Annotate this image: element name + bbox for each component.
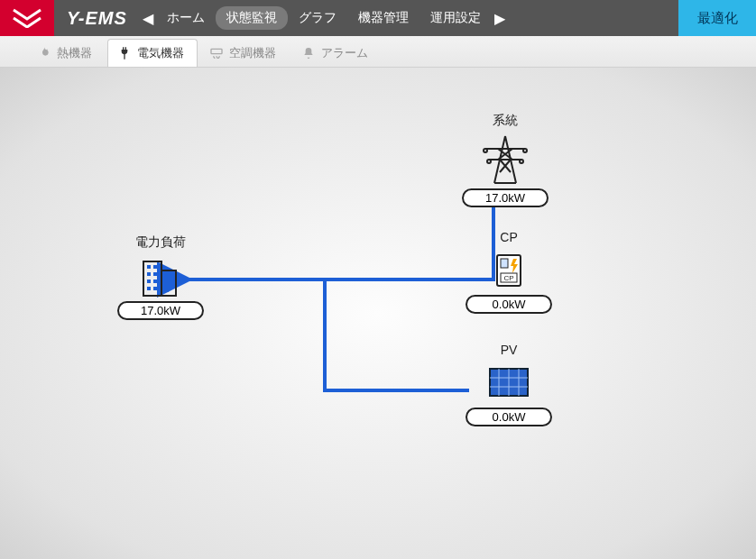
logo-chevrons-icon bbox=[12, 8, 42, 28]
svg-point-14 bbox=[484, 149, 487, 152]
hvac-icon bbox=[209, 46, 224, 60]
brand-name: Y-EMS bbox=[67, 8, 127, 29]
tab-heat[interactable]: 熱機器 bbox=[27, 39, 106, 67]
cogen-icon: CP bbox=[486, 248, 531, 293]
nav-next[interactable]: ▶ bbox=[492, 10, 508, 27]
node-load: 電力負荷 17.0kW bbox=[117, 234, 204, 320]
node-cp-label: CP bbox=[500, 230, 517, 244]
flow-lines bbox=[0, 68, 756, 559]
tab-hvac[interactable]: 空調機器 bbox=[199, 39, 290, 67]
node-load-label: 電力負荷 bbox=[135, 234, 186, 251]
svg-point-17 bbox=[520, 160, 523, 163]
flow-canvas: 電力負荷 17.0kW 系統 bbox=[0, 68, 756, 559]
nav-monitor[interactable]: 状態監視 bbox=[216, 6, 288, 30]
plug-icon bbox=[117, 46, 132, 60]
optimize-button[interactable]: 最適化 bbox=[678, 0, 756, 36]
node-pv-value: 0.0kW bbox=[466, 408, 552, 426]
svg-point-15 bbox=[523, 149, 527, 152]
svg-rect-19 bbox=[501, 259, 508, 268]
svg-rect-8 bbox=[153, 280, 157, 283]
tab-elec-label: 電気機器 bbox=[137, 45, 184, 61]
node-grid-value: 17.0kW bbox=[462, 188, 549, 207]
tab-elec[interactable]: 電気機器 bbox=[107, 39, 198, 67]
svg-rect-9 bbox=[147, 287, 151, 290]
node-pv-label: PV bbox=[501, 343, 518, 357]
nav-prev[interactable]: ◀ bbox=[140, 10, 156, 27]
tab-hvac-label: 空調機器 bbox=[229, 45, 276, 61]
flame-icon bbox=[37, 46, 51, 60]
building-icon bbox=[138, 254, 183, 299]
svg-rect-5 bbox=[147, 272, 151, 276]
svg-rect-13 bbox=[165, 289, 169, 292]
node-grid: 系統 17.0kW bbox=[462, 113, 549, 207]
svg-rect-12 bbox=[165, 281, 169, 285]
svg-rect-6 bbox=[153, 272, 157, 276]
tab-heat-label: 熱機器 bbox=[57, 45, 92, 61]
svg-text:CP: CP bbox=[503, 274, 513, 282]
node-load-value: 17.0kW bbox=[117, 301, 204, 320]
svg-rect-7 bbox=[147, 280, 151, 283]
svg-rect-11 bbox=[165, 274, 169, 278]
sub-tab-bar: 熱機器 電気機器 空調機器 アラーム bbox=[0, 36, 756, 68]
bell-icon bbox=[301, 46, 316, 60]
pylon-icon bbox=[478, 133, 532, 187]
svg-rect-0 bbox=[211, 49, 222, 53]
node-grid-label: 系統 bbox=[493, 113, 518, 129]
top-bar: Y-EMS ◀ ホーム 状態監視 グラフ 機器管理 運用設定 ▶ 最適化 bbox=[0, 0, 756, 36]
svg-point-16 bbox=[487, 160, 491, 163]
nav-graph[interactable]: グラフ bbox=[288, 6, 347, 30]
nav-operation-settings[interactable]: 運用設定 bbox=[419, 6, 492, 30]
tab-alarm-label: アラーム bbox=[321, 45, 368, 61]
nav-home[interactable]: ホーム bbox=[156, 6, 216, 30]
node-pv: PV 0.0kW bbox=[466, 343, 552, 426]
svg-rect-10 bbox=[153, 287, 157, 290]
node-cp: CP CP 0.0kW bbox=[466, 230, 552, 314]
tab-alarm[interactable]: アラーム bbox=[291, 39, 382, 67]
nav-device-mgmt[interactable]: 機器管理 bbox=[347, 6, 419, 30]
brand-logo bbox=[0, 0, 54, 36]
svg-rect-1 bbox=[143, 261, 161, 296]
node-cp-value: 0.0kW bbox=[466, 295, 552, 314]
svg-rect-4 bbox=[153, 265, 157, 269]
svg-rect-3 bbox=[147, 265, 151, 269]
solar-panel-icon bbox=[486, 361, 531, 406]
